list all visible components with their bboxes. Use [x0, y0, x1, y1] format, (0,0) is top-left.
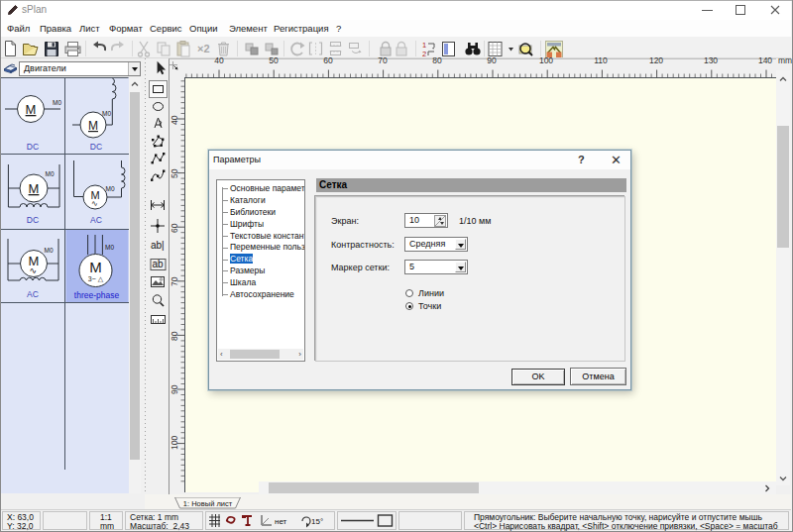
svg-text:нет: нет	[275, 517, 287, 526]
svg-text:1: Новый лист: 1: Новый лист	[183, 499, 233, 508]
svg-text:15°: 15°	[311, 517, 323, 526]
